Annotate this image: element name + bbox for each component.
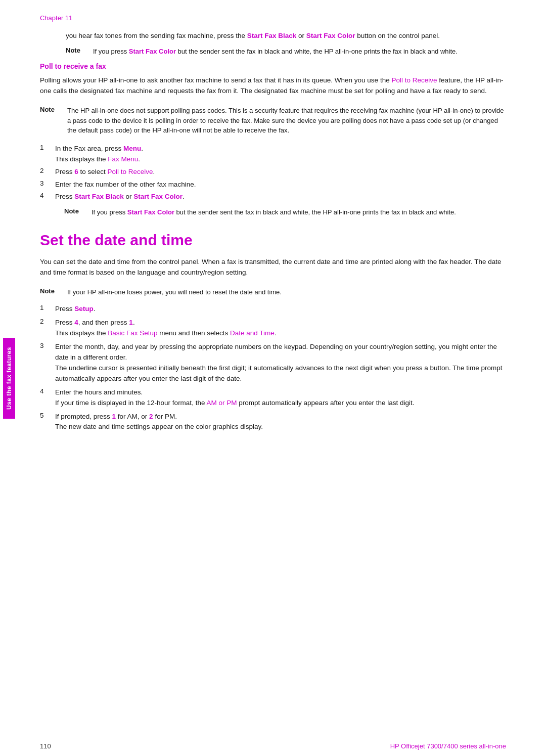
set-date-step-1-text: Press Setup. <box>55 304 506 315</box>
poll-step4-note-label: Note <box>64 207 88 217</box>
press-6-ref: 6 <box>74 168 78 175</box>
poll-step4-note-text: If you press Start Fax Color but the sen… <box>92 207 506 217</box>
set-date-step-4-text: Enter the hours and minutes. If your tim… <box>55 387 506 409</box>
set-date-content: You can set the date and time from the c… <box>0 257 546 432</box>
poll-note-label: Note <box>40 106 64 136</box>
sidebar-tab-label: Use the fax features <box>6 346 13 409</box>
poll-step-4-num: 4 <box>40 192 55 202</box>
set-date-body: You can set the date and time from the c… <box>40 257 506 278</box>
start-fax-black-ref: Start Fax Black <box>247 32 297 39</box>
poll-body: Polling allows your HP all-in-one to ask… <box>40 75 506 97</box>
poll-to-receive-ref: Poll to Receive <box>391 76 437 84</box>
poll-step-3-num: 3 <box>40 180 55 190</box>
am-or-pm-ref: AM or PM <box>206 399 237 407</box>
chapter-label: Chapter 11 <box>0 0 546 22</box>
note-1: Note If you press Start Fax Color but th… <box>0 47 546 57</box>
set-date-step-1-num: 1 <box>40 304 55 315</box>
start-fax-color-step4: Start Fax Color <box>133 193 183 200</box>
poll-step-3: 3 Enter the fax number of the other fax … <box>40 180 506 190</box>
footer-page-number: 110 <box>40 742 51 750</box>
page: Use the fax features Chapter 11 you hear… <box>0 0 546 756</box>
poll-steps-list: 1 In the Fax area, press Menu. This disp… <box>40 144 506 203</box>
poll-step-2-text: Press 6 to select Poll to Receive. <box>55 167 506 177</box>
set-date-note-label: Note <box>40 287 64 297</box>
poll-step-1-text: In the Fax area, press Menu. This displa… <box>55 144 506 165</box>
poll-section: Poll to receive a fax Polling allows you… <box>0 62 546 217</box>
footer: 110 HP Officejet 7300/7400 series all-in… <box>0 736 546 756</box>
set-date-step-1: 1 Press Setup. <box>40 304 506 315</box>
menu-ref: Menu <box>123 145 141 152</box>
setup-ref: Setup <box>74 305 94 313</box>
poll-note: Note The HP all-in-one does not support … <box>40 106 506 136</box>
sidebar-tab: Use the fax features <box>3 338 15 419</box>
press-1-am-ref: 1 <box>112 413 116 420</box>
poll-step4-note: Note If you press Start Fax Color but th… <box>40 207 506 217</box>
set-date-step-3: 3 Enter the month, day, and year by pres… <box>40 342 506 384</box>
start-fax-black-step4: Start Fax Black <box>74 193 124 200</box>
set-date-heading: Set the date and time <box>40 232 506 249</box>
start-fax-color-ref: Start Fax Color <box>306 32 355 39</box>
press-2-pm-ref: 2 <box>149 413 153 420</box>
intro-text: you hear fax tones from the sending fax … <box>66 32 440 39</box>
set-date-step-3-num: 3 <box>40 342 55 384</box>
press-1-ref: 1 <box>129 319 133 326</box>
press-4-ref: 4 <box>74 319 78 326</box>
set-date-step-2-num: 2 <box>40 318 55 339</box>
poll-step-2: 2 Press 6 to select Poll to Receive. <box>40 167 506 177</box>
intro-text-block: you hear fax tones from the sending fax … <box>0 31 546 41</box>
poll-step-4: 4 Press Start Fax Black or Start Fax Col… <box>40 192 506 202</box>
set-date-step-3-text: Enter the month, day, and year by pressi… <box>55 342 506 384</box>
set-date-step-5: 5 If prompted, press 1 for AM, or 2 for … <box>40 412 506 433</box>
set-date-heading-wrapper: Set the date and time <box>0 232 546 249</box>
poll-note-text: The HP all-in-one does not support polli… <box>67 106 506 136</box>
set-date-step-4-num: 4 <box>40 387 55 409</box>
date-and-time-ref: Date and Time <box>230 329 275 337</box>
step4-note-color-ref: Start Fax Color <box>127 208 174 216</box>
poll-to-receive-step-ref: Poll to Receive <box>108 168 153 175</box>
poll-step-4-text: Press Start Fax Black or Start Fax Color… <box>55 192 506 202</box>
set-date-step-4: 4 Enter the hours and minutes. If your t… <box>40 387 506 409</box>
note-1-label: Note <box>66 47 90 57</box>
poll-step-2-num: 2 <box>40 167 55 177</box>
basic-fax-setup-ref: Basic Fax Setup <box>108 329 157 337</box>
note1-color-ref: Start Fax Color <box>129 48 176 55</box>
set-date-step-5-text: If prompted, press 1 for AM, or 2 for PM… <box>55 412 506 433</box>
poll-step-1: 1 In the Fax area, press Menu. This disp… <box>40 144 506 165</box>
fax-menu-ref: Fax Menu <box>108 155 138 163</box>
set-date-step-2: 2 Press 4, and then press 1. This displa… <box>40 318 506 339</box>
set-date-step-5-num: 5 <box>40 412 55 433</box>
poll-step-3-text: Enter the fax number of the other fax ma… <box>55 180 506 190</box>
poll-heading: Poll to receive a fax <box>40 62 506 70</box>
set-date-note: Note If your HP all-in-one loses power, … <box>40 287 506 297</box>
note-1-text: If you press Start Fax Color but the sen… <box>93 47 546 57</box>
poll-step-1-num: 1 <box>40 144 55 165</box>
set-date-steps-list: 1 Press Setup. 2 Press 4, and then press… <box>40 304 506 432</box>
set-date-step-2-text: Press 4, and then press 1. This displays… <box>55 318 506 339</box>
set-date-note-text: If your HP all-in-one loses power, you w… <box>67 287 506 297</box>
footer-product-name: HP Officejet 7300/7400 series all-in-one <box>390 742 506 750</box>
